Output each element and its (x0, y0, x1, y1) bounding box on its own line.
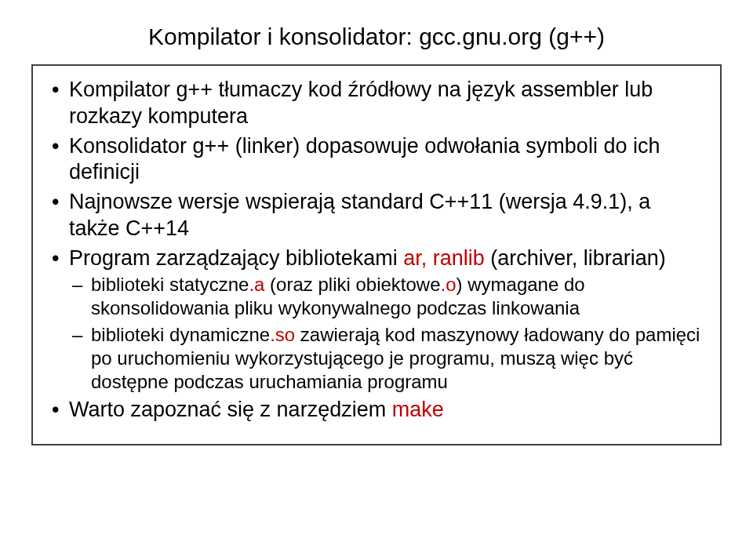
text-segment: biblioteki statyczne (91, 274, 249, 295)
sub-list: biblioteki statyczne.a (oraz pliki obiek… (69, 273, 704, 394)
bullet-item: Konsolidator g++ (linker) dopasowuje odw… (49, 133, 704, 187)
bullet-item: Najnowsze wersje wspierają standard C++1… (49, 189, 704, 242)
bullet-item: Kompilator g++ tłumaczy kod źródłowy na … (49, 77, 704, 130)
highlight-text: .so (270, 324, 295, 345)
slide-title: Kompilator i konsolidator: gcc.gnu.org (… (31, 24, 722, 50)
bullet-item: Program zarządzający bibliotekami ar, ra… (49, 245, 704, 395)
highlight-text: ar, ranlib (403, 246, 485, 270)
text-segment: Program zarządzający bibliotekami (69, 246, 403, 270)
text-segment: (oraz pliki obiektowe (264, 274, 440, 295)
text-segment: (archiver, librarian) (485, 246, 666, 270)
highlight-text: .a (249, 274, 264, 295)
main-list: Kompilator g++ tłumaczy kod źródłowy na … (49, 77, 704, 424)
content-box: Kompilator g++ tłumaczy kod źródłowy na … (31, 64, 722, 445)
sub-bullet-item: biblioteki statyczne.a (oraz pliki obiek… (69, 273, 704, 320)
text-segment: Warto zapoznać się z narzędziem (69, 398, 392, 421)
sub-bullet-item: biblioteki dynamiczne.so zawierają kod m… (69, 323, 704, 394)
text-segment: biblioteki dynamiczne (91, 324, 270, 345)
highlight-text: .o (441, 274, 457, 295)
highlight-text: make (392, 398, 444, 421)
bullet-item: Warto zapoznać się z narzędziem make (49, 397, 704, 424)
